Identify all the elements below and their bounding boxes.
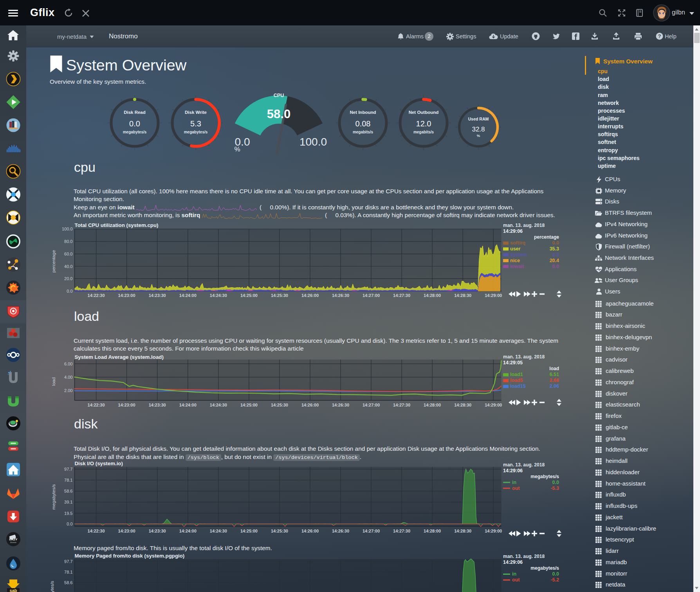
svg-text:?: ? <box>658 33 661 39</box>
svg-text:14:26:00: 14:26:00 <box>301 529 319 533</box>
svg-text:0.0: 0.0 <box>552 240 559 246</box>
svg-text:0.0: 0.0 <box>552 264 559 269</box>
svg-text:14:25:30: 14:25:30 <box>271 293 288 298</box>
svg-text:14:25:00: 14:25:00 <box>240 403 258 407</box>
svg-text:58.6: 58.6 <box>64 489 72 493</box>
svg-text:man. 13. aug. 2018: man. 13. aug. 2018 <box>503 462 545 468</box>
svg-text:Memory Paged from/to disk (sys: Memory Paged from/to disk (system.pgpgio… <box>75 553 185 559</box>
svg-text:megabytes/s: megabytes/s <box>50 581 54 592</box>
svg-text:14:25:30: 14:25:30 <box>271 403 288 407</box>
svg-text:megabytes/s: megabytes/s <box>530 474 559 479</box>
svg-text:60.0: 60.0 <box>64 252 72 256</box>
svg-text:14:22:30: 14:22:30 <box>88 529 105 533</box>
svg-text:megabits/s: megabits/s <box>413 130 434 134</box>
svg-text:80.0: 80.0 <box>64 239 72 244</box>
svg-text:14:28:00: 14:28:00 <box>424 529 441 533</box>
svg-text:megabytes/s: megabytes/s <box>184 130 208 134</box>
svg-text:6.51: 6.51 <box>550 372 559 377</box>
svg-text:20.0: 20.0 <box>64 276 72 281</box>
svg-text:2.3: 2.3 <box>552 252 559 257</box>
svg-text:megabytes/s: megabytes/s <box>530 565 559 571</box>
svg-text:40.0: 40.0 <box>64 264 72 269</box>
svg-text:14:27:30: 14:27:30 <box>393 293 410 298</box>
svg-text:14:22:30: 14:22:30 <box>88 293 105 298</box>
svg-text:14:25:00: 14:25:00 <box>240 293 258 298</box>
svg-text:14:24:30: 14:24:30 <box>210 529 227 533</box>
svg-text:%: % <box>477 133 480 138</box>
svg-text:load: load <box>549 366 559 371</box>
svg-text:14:23:00: 14:23:00 <box>118 403 135 407</box>
svg-text:0.0: 0.0 <box>552 571 559 577</box>
svg-text:-5.3: -5.3 <box>550 486 559 491</box>
svg-text:58.6: 58.6 <box>64 580 72 585</box>
svg-text:78.1: 78.1 <box>64 478 72 482</box>
svg-text:14:27:00: 14:27:00 <box>363 529 380 533</box>
svg-text:58.0: 58.0 <box>267 107 290 121</box>
svg-text:14:26:00: 14:26:00 <box>301 403 319 407</box>
svg-text:load5: load5 <box>510 378 523 383</box>
svg-text:softirq: softirq <box>510 240 525 246</box>
svg-text:14:29:00: 14:29:00 <box>485 529 502 533</box>
svg-text:2.00: 2.00 <box>64 388 72 393</box>
svg-text:14:24:30: 14:24:30 <box>210 403 227 407</box>
svg-text:14:23:30: 14:23:30 <box>149 293 166 298</box>
svg-text:0.0: 0.0 <box>552 480 559 485</box>
svg-text:in: in <box>512 480 516 485</box>
svg-text:Disk Read: Disk Read <box>124 110 146 115</box>
svg-text:32.8: 32.8 <box>472 126 485 133</box>
svg-text:14:23:00: 14:23:00 <box>118 529 135 533</box>
svg-text:14:24:30: 14:24:30 <box>210 293 227 298</box>
svg-text:megabytes/s: megabytes/s <box>51 484 56 509</box>
svg-text:14:29:06: 14:29:06 <box>503 229 523 234</box>
svg-text:iowait: iowait <box>510 264 524 269</box>
svg-text:system: system <box>510 252 527 257</box>
svg-text:6.00: 6.00 <box>64 362 72 366</box>
svg-text:load15: load15 <box>510 383 526 389</box>
svg-text:14:26:00: 14:26:00 <box>301 293 319 298</box>
svg-text:100.0: 100.0 <box>62 227 73 231</box>
svg-text:14:28:30: 14:28:30 <box>454 403 471 407</box>
svg-text:in: in <box>512 571 516 577</box>
svg-text:man. 13. aug. 2018: man. 13. aug. 2018 <box>503 223 545 228</box>
svg-text:14:23:30: 14:23:30 <box>149 529 166 533</box>
svg-text:0.0: 0.0 <box>67 522 72 526</box>
svg-text:user: user <box>510 246 521 252</box>
svg-text:%: % <box>234 146 240 153</box>
svg-text:14:24:00: 14:24:00 <box>179 293 197 298</box>
svg-text:0.0: 0.0 <box>67 289 72 293</box>
svg-text:100.0: 100.0 <box>299 136 327 148</box>
svg-text:megabits/s: megabits/s <box>353 130 373 134</box>
svg-text:35.3: 35.3 <box>550 246 559 252</box>
svg-text:14:26:30: 14:26:30 <box>332 529 349 533</box>
svg-text:14:28:00: 14:28:00 <box>424 403 441 407</box>
svg-text:Disk Write: Disk Write <box>185 110 207 115</box>
svg-text:librarian: librarian <box>10 542 16 543</box>
svg-text:System Load Average (system.lo: System Load Average (system.load) <box>75 354 164 360</box>
svg-text:14:28:30: 14:28:30 <box>454 529 471 533</box>
svg-text:14:28:30: 14:28:30 <box>454 293 471 298</box>
svg-text:14:29:00: 14:29:00 <box>485 293 502 298</box>
svg-text:Net Inbound: Net Inbound <box>350 110 376 115</box>
svg-text:megabytes/s: megabytes/s <box>123 130 147 134</box>
svg-text:14:26:30: 14:26:30 <box>332 403 349 407</box>
svg-text:man. 13. aug. 2018: man. 13. aug. 2018 <box>503 354 545 360</box>
svg-text:0.0: 0.0 <box>129 119 140 128</box>
svg-text:14:24:00: 14:24:00 <box>179 403 197 407</box>
svg-text:sab: sab <box>9 588 17 592</box>
svg-text:load1: load1 <box>510 372 523 377</box>
svg-text:14:27:00: 14:27:00 <box>363 293 380 298</box>
svg-text:2.68: 2.68 <box>550 378 559 383</box>
svg-text:12.0: 12.0 <box>416 119 431 128</box>
svg-text:man. 13. aug. 2018: man. 13. aug. 2018 <box>503 554 545 559</box>
svg-text:14:23:00: 14:23:00 <box>118 293 135 298</box>
svg-text:14:27:00: 14:27:00 <box>363 403 380 407</box>
svg-text:-5.2: -5.2 <box>550 577 559 583</box>
svg-text:97.7: 97.7 <box>64 467 72 471</box>
svg-text:78.1: 78.1 <box>64 570 72 574</box>
svg-text:2.06: 2.06 <box>550 383 559 389</box>
svg-text:4.00: 4.00 <box>64 375 72 380</box>
svg-text:14:24:00: 14:24:00 <box>179 529 197 533</box>
svg-text:out: out <box>512 486 520 491</box>
svg-text:percentage: percentage <box>534 234 559 240</box>
svg-text:19.5: 19.5 <box>64 511 72 516</box>
